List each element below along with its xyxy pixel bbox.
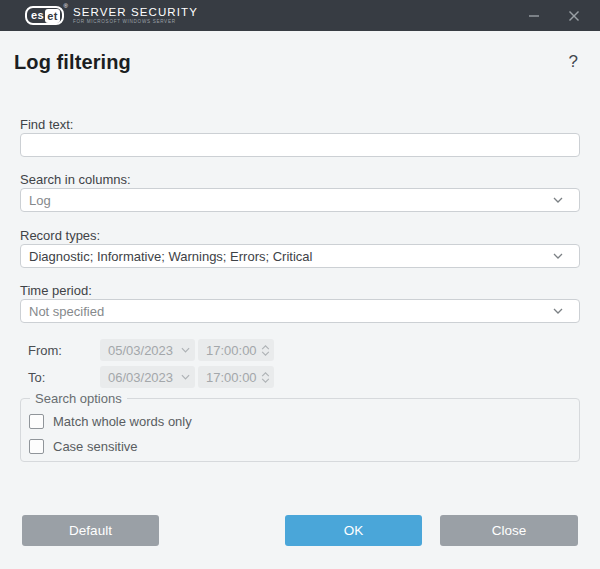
close-button[interactable] — [554, 0, 594, 31]
from-time-value: 17:00:00 — [206, 343, 261, 358]
chevron-down-icon — [553, 253, 563, 259]
from-date-picker[interactable]: 05/03/2023 — [100, 339, 195, 361]
search-in-columns-dropdown[interactable]: Log — [20, 188, 580, 212]
window-controls — [514, 0, 600, 31]
chevron-down-icon — [553, 308, 563, 314]
match-whole-words-row[interactable]: Match whole words only — [29, 413, 192, 429]
search-options-group: Search options Match whole words only Ca… — [20, 398, 580, 462]
chevron-down-icon — [181, 347, 190, 353]
eset-logo-es: es — [31, 10, 44, 21]
minimize-icon — [528, 10, 540, 22]
from-time-spinner[interactable]: 17:00:00 — [198, 339, 274, 361]
to-time-spinner[interactable]: 17:00:00 — [198, 366, 274, 388]
help-icon[interactable]: ? — [569, 52, 578, 72]
match-whole-words-checkbox[interactable] — [29, 414, 44, 429]
page-header: Log filtering ? — [0, 31, 600, 91]
case-sensitive-label: Case sensitive — [53, 439, 138, 454]
product-name: SERVER SECURITY — [73, 6, 198, 18]
chevron-down-icon — [181, 374, 190, 380]
to-date-value: 06/03/2023 — [108, 370, 181, 385]
from-label: From: — [28, 343, 62, 358]
product-subtitle: FOR MICROSOFT WINDOWS SERVER — [73, 19, 198, 25]
time-period-dropdown[interactable]: Not specified — [20, 299, 580, 323]
page-title: Log filtering — [14, 51, 131, 74]
case-sensitive-row[interactable]: Case sensitive — [29, 438, 138, 454]
default-button[interactable]: Default — [22, 515, 159, 546]
to-date-picker[interactable]: 06/03/2023 — [100, 366, 195, 388]
search-in-columns-label: Search in columns: — [20, 172, 131, 187]
brand: es et ® SERVER SECURITY FOR MICROSOFT WI… — [25, 6, 198, 25]
find-text-input[interactable] — [20, 133, 580, 157]
chevron-down-icon — [553, 197, 563, 203]
search-in-columns-value: Log — [29, 193, 553, 208]
to-time-value: 17:00:00 — [206, 370, 261, 385]
ok-button[interactable]: OK — [285, 515, 422, 546]
record-types-label: Record types: — [20, 228, 100, 243]
registered-mark: ® — [64, 3, 68, 9]
search-options-legend: Search options — [30, 391, 127, 406]
brand-text: SERVER SECURITY FOR MICROSOFT WINDOWS SE… — [73, 6, 198, 25]
from-date-value: 05/03/2023 — [108, 343, 181, 358]
find-text-label: Find text: — [20, 117, 73, 132]
title-bar: es et ® SERVER SECURITY FOR MICROSOFT WI… — [0, 0, 600, 31]
spinner-arrows-icon[interactable] — [261, 372, 270, 383]
case-sensitive-checkbox[interactable] — [29, 439, 44, 454]
record-types-value: Diagnostic; Informative; Warnings; Error… — [29, 249, 553, 264]
time-period-label: Time period: — [20, 283, 92, 298]
match-whole-words-label: Match whole words only — [53, 414, 192, 429]
spinner-arrows-icon[interactable] — [261, 345, 270, 356]
record-types-dropdown[interactable]: Diagnostic; Informative; Warnings; Error… — [20, 244, 580, 268]
eset-logo-et: et — [45, 9, 60, 23]
minimize-button[interactable] — [514, 0, 554, 31]
to-label: To: — [28, 370, 45, 385]
close-dialog-button[interactable]: Close — [440, 515, 578, 546]
eset-logo: es et ® — [25, 6, 64, 25]
time-period-value: Not specified — [29, 304, 553, 319]
close-icon — [568, 10, 580, 22]
